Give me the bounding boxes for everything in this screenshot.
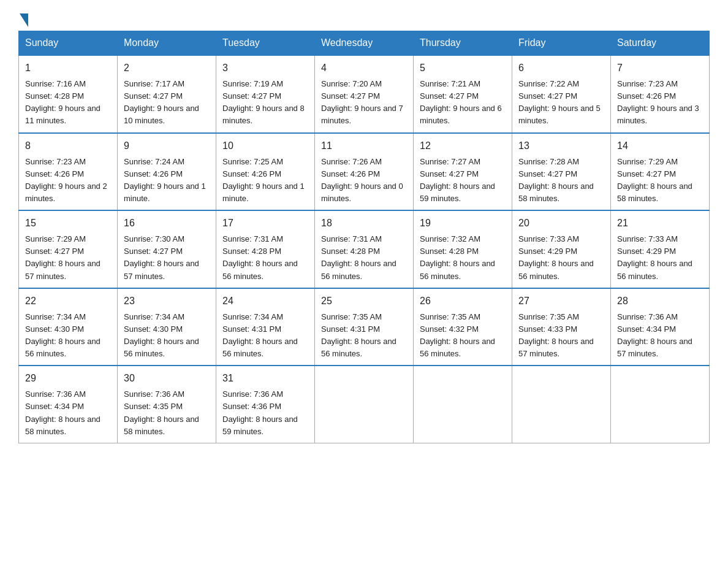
- day-info: Sunrise: 7:25 AMSunset: 4:26 PMDaylight:…: [222, 156, 308, 205]
- day-info: Sunrise: 7:33 AMSunset: 4:29 PMDaylight:…: [518, 233, 604, 283]
- day-number: 11: [321, 139, 407, 153]
- calendar-cell: 11Sunrise: 7:26 AMSunset: 4:26 PMDayligh…: [315, 133, 414, 211]
- calendar-cell: 19Sunrise: 7:32 AMSunset: 4:28 PMDayligh…: [414, 210, 512, 288]
- page-header: [18, 12, 710, 25]
- day-info: Sunrise: 7:23 AMSunset: 4:26 PMDaylight:…: [25, 156, 111, 205]
- day-info: Sunrise: 7:22 AMSunset: 4:27 PMDaylight:…: [518, 78, 604, 128]
- calendar-cell: 7Sunrise: 7:23 AMSunset: 4:26 PMDaylight…: [611, 55, 710, 133]
- calendar-cell: [414, 366, 512, 443]
- day-number: 15: [25, 216, 111, 231]
- calendar-cell: 15Sunrise: 7:29 AMSunset: 4:27 PMDayligh…: [19, 210, 118, 288]
- calendar-cell: 13Sunrise: 7:28 AMSunset: 4:27 PMDayligh…: [512, 133, 611, 211]
- calendar-cell: 4Sunrise: 7:20 AMSunset: 4:27 PMDaylight…: [315, 55, 414, 133]
- calendar-cell: 3Sunrise: 7:19 AMSunset: 4:27 PMDaylight…: [216, 55, 315, 133]
- calendar-cell: 30Sunrise: 7:36 AMSunset: 4:35 PMDayligh…: [118, 366, 216, 443]
- calendar-cell: 20Sunrise: 7:33 AMSunset: 4:29 PMDayligh…: [512, 210, 611, 288]
- calendar-cell: 28Sunrise: 7:36 AMSunset: 4:34 PMDayligh…: [611, 288, 710, 366]
- day-info: Sunrise: 7:34 AMSunset: 4:30 PMDaylight:…: [124, 311, 210, 361]
- calendar-cell: 27Sunrise: 7:35 AMSunset: 4:33 PMDayligh…: [512, 288, 611, 366]
- week-row-1: 1Sunrise: 7:16 AMSunset: 4:28 PMDaylight…: [19, 55, 710, 133]
- col-header-thursday: Thursday: [414, 31, 512, 56]
- day-number: 10: [222, 139, 308, 153]
- day-info: Sunrise: 7:24 AMSunset: 4:26 PMDaylight:…: [124, 156, 210, 205]
- week-row-5: 29Sunrise: 7:36 AMSunset: 4:34 PMDayligh…: [19, 366, 710, 443]
- day-number: 19: [420, 216, 506, 231]
- week-row-3: 15Sunrise: 7:29 AMSunset: 4:27 PMDayligh…: [19, 210, 710, 288]
- day-number: 18: [321, 216, 407, 231]
- logo: [18, 12, 28, 25]
- day-number: 16: [124, 216, 210, 231]
- day-number: 12: [420, 139, 506, 153]
- day-number: 4: [321, 61, 407, 75]
- day-info: Sunrise: 7:26 AMSunset: 4:26 PMDaylight:…: [321, 156, 407, 205]
- col-header-tuesday: Tuesday: [216, 31, 315, 56]
- col-header-saturday: Saturday: [611, 31, 710, 56]
- day-info: Sunrise: 7:28 AMSunset: 4:27 PMDaylight:…: [518, 156, 604, 205]
- day-info: Sunrise: 7:36 AMSunset: 4:34 PMDaylight:…: [617, 311, 703, 361]
- calendar-cell: 18Sunrise: 7:31 AMSunset: 4:28 PMDayligh…: [315, 210, 414, 288]
- day-number: 3: [222, 61, 308, 75]
- day-info: Sunrise: 7:30 AMSunset: 4:27 PMDaylight:…: [124, 233, 210, 283]
- day-info: Sunrise: 7:23 AMSunset: 4:26 PMDaylight:…: [617, 78, 703, 128]
- day-number: 24: [222, 294, 308, 308]
- day-info: Sunrise: 7:31 AMSunset: 4:28 PMDaylight:…: [222, 233, 308, 283]
- col-header-friday: Friday: [512, 31, 611, 56]
- day-number: 26: [420, 294, 506, 308]
- day-info: Sunrise: 7:29 AMSunset: 4:27 PMDaylight:…: [25, 233, 111, 283]
- calendar-cell: 24Sunrise: 7:34 AMSunset: 4:31 PMDayligh…: [216, 288, 315, 366]
- calendar-cell: 21Sunrise: 7:33 AMSunset: 4:29 PMDayligh…: [611, 210, 710, 288]
- col-header-monday: Monday: [118, 31, 216, 56]
- calendar-cell: 9Sunrise: 7:24 AMSunset: 4:26 PMDaylight…: [118, 133, 216, 211]
- day-number: 8: [25, 139, 111, 153]
- day-info: Sunrise: 7:32 AMSunset: 4:28 PMDaylight:…: [420, 233, 506, 283]
- day-info: Sunrise: 7:19 AMSunset: 4:27 PMDaylight:…: [222, 78, 308, 128]
- calendar-cell: 16Sunrise: 7:30 AMSunset: 4:27 PMDayligh…: [118, 210, 216, 288]
- logo-arrow-icon: [20, 13, 28, 27]
- day-number: 21: [617, 216, 703, 231]
- day-number: 17: [222, 216, 308, 231]
- day-info: Sunrise: 7:33 AMSunset: 4:29 PMDaylight:…: [617, 233, 703, 283]
- day-info: Sunrise: 7:36 AMSunset: 4:35 PMDaylight:…: [124, 388, 210, 438]
- day-number: 9: [124, 139, 210, 153]
- calendar-cell: 26Sunrise: 7:35 AMSunset: 4:32 PMDayligh…: [414, 288, 512, 366]
- day-number: 1: [25, 61, 111, 75]
- day-number: 5: [420, 61, 506, 75]
- day-info: Sunrise: 7:34 AMSunset: 4:30 PMDaylight:…: [25, 311, 111, 361]
- day-info: Sunrise: 7:27 AMSunset: 4:27 PMDaylight:…: [420, 156, 506, 205]
- calendar-cell: 5Sunrise: 7:21 AMSunset: 4:27 PMDaylight…: [414, 55, 512, 133]
- logo-text: [18, 12, 28, 27]
- calendar-cell: 29Sunrise: 7:36 AMSunset: 4:34 PMDayligh…: [19, 366, 118, 443]
- day-info: Sunrise: 7:34 AMSunset: 4:31 PMDaylight:…: [222, 311, 308, 361]
- calendar-cell: 2Sunrise: 7:17 AMSunset: 4:27 PMDaylight…: [118, 55, 216, 133]
- calendar-cell: 25Sunrise: 7:35 AMSunset: 4:31 PMDayligh…: [315, 288, 414, 366]
- day-number: 29: [25, 371, 111, 386]
- day-info: Sunrise: 7:20 AMSunset: 4:27 PMDaylight:…: [321, 78, 407, 128]
- day-number: 2: [124, 61, 210, 75]
- day-number: 14: [617, 139, 703, 153]
- day-number: 31: [222, 371, 308, 386]
- day-number: 25: [321, 294, 407, 308]
- day-number: 6: [518, 61, 604, 75]
- day-info: Sunrise: 7:17 AMSunset: 4:27 PMDaylight:…: [124, 78, 210, 128]
- calendar-cell: 17Sunrise: 7:31 AMSunset: 4:28 PMDayligh…: [216, 210, 315, 288]
- day-info: Sunrise: 7:35 AMSunset: 4:32 PMDaylight:…: [420, 311, 506, 361]
- day-info: Sunrise: 7:36 AMSunset: 4:36 PMDaylight:…: [222, 388, 308, 438]
- day-info: Sunrise: 7:31 AMSunset: 4:28 PMDaylight:…: [321, 233, 407, 283]
- day-number: 13: [518, 139, 604, 153]
- calendar-cell: 12Sunrise: 7:27 AMSunset: 4:27 PMDayligh…: [414, 133, 512, 211]
- calendar-cell: 1Sunrise: 7:16 AMSunset: 4:28 PMDaylight…: [19, 55, 118, 133]
- calendar-cell: 14Sunrise: 7:29 AMSunset: 4:27 PMDayligh…: [611, 133, 710, 211]
- calendar-cell: 23Sunrise: 7:34 AMSunset: 4:30 PMDayligh…: [118, 288, 216, 366]
- calendar-cell: [611, 366, 710, 443]
- day-info: Sunrise: 7:16 AMSunset: 4:28 PMDaylight:…: [25, 78, 111, 128]
- day-number: 27: [518, 294, 604, 308]
- day-number: 30: [124, 371, 210, 386]
- day-number: 23: [124, 294, 210, 308]
- day-info: Sunrise: 7:36 AMSunset: 4:34 PMDaylight:…: [25, 388, 111, 438]
- calendar-table: SundayMondayTuesdayWednesdayThursdayFrid…: [18, 31, 710, 443]
- calendar-header-row: SundayMondayTuesdayWednesdayThursdayFrid…: [19, 31, 710, 56]
- calendar-cell: 31Sunrise: 7:36 AMSunset: 4:36 PMDayligh…: [216, 366, 315, 443]
- col-header-wednesday: Wednesday: [315, 31, 414, 56]
- day-info: Sunrise: 7:29 AMSunset: 4:27 PMDaylight:…: [617, 156, 703, 205]
- day-number: 20: [518, 216, 604, 231]
